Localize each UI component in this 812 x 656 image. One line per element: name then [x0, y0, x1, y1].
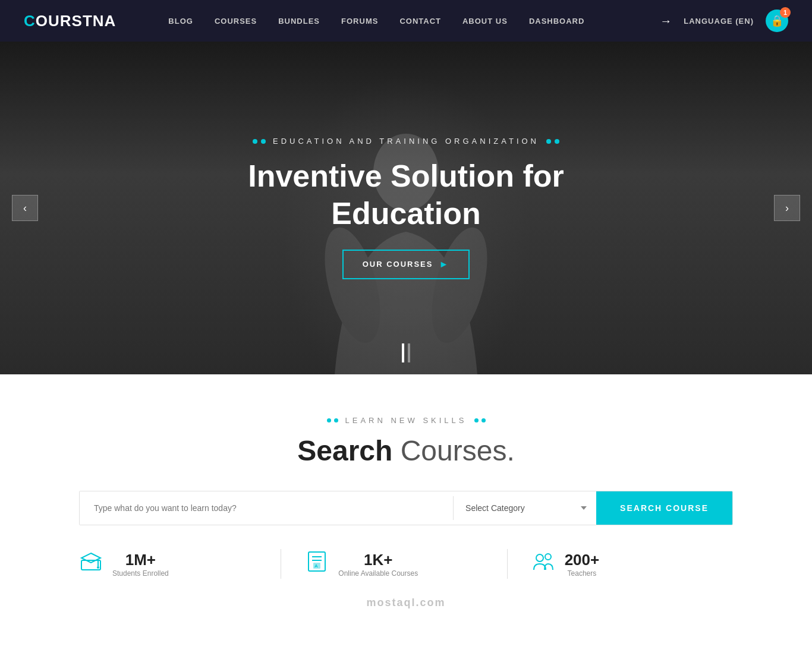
carousel-next-button[interactable]: ›: [774, 195, 800, 221]
nav-item-forums[interactable]: FORUMS: [331, 15, 389, 26]
stat-teachers: 200+ Teachers: [508, 549, 733, 579]
nav-links: BLOG COURSES BUNDLES FORUMS CONTACT ABOU…: [158, 15, 636, 26]
search-course-button[interactable]: SEARCH COURSE: [596, 491, 732, 525]
hero-tagline-text: EDUCATION AND TRAINING ORGANIZATION: [273, 137, 539, 146]
our-courses-button[interactable]: OUR COURSES ►: [342, 250, 470, 279]
navbar: COURSTNA BLOG COURSES BUNDLES FORUMS CON…: [0, 0, 812, 42]
nav-item-blog[interactable]: BLOG: [158, 15, 204, 26]
hero-dots-right: [546, 139, 559, 144]
watermark: mostaql.com: [59, 579, 753, 615]
teachers-label: Teachers: [565, 569, 600, 578]
logo-text: COURSTNA: [24, 12, 116, 30]
arrow-right-icon: ►: [439, 259, 449, 270]
indicator-1[interactable]: [402, 343, 404, 362]
carousel-prev-button[interactable]: ‹: [12, 195, 38, 221]
search-title: Search Courses.: [59, 434, 753, 467]
courses-count: 1K+: [338, 551, 418, 569]
our-courses-label: OUR COURSES: [363, 260, 433, 269]
category-select[interactable]: Select Category Web Development Design M…: [454, 491, 596, 525]
nav-item-contact[interactable]: CONTACT: [389, 15, 452, 26]
language-selector[interactable]: LANGUAGE (EN): [684, 17, 754, 26]
hero-content: EDUCATION AND TRAINING ORGANIZATION Inve…: [248, 137, 564, 279]
indicator-2[interactable]: [408, 343, 410, 362]
cart-badge: 1: [780, 7, 791, 18]
courses-label: Online Available Courses: [338, 569, 418, 578]
stat-students: 1M+ Students Enrolled: [79, 549, 281, 579]
nav-item-courses[interactable]: COURSES: [204, 15, 267, 26]
hero-title: Inventive Solution for Education: [248, 157, 564, 232]
search-section: LEARN NEW SKILLS Search Courses. Select …: [0, 374, 812, 651]
search-tagline: LEARN NEW SKILLS: [59, 416, 753, 425]
stat-courses: A 1K+ Online Available Courses: [281, 549, 506, 579]
svg-point-9: [545, 554, 551, 560]
svg-point-4: [97, 566, 99, 569]
nav-right: → LANGUAGE (EN) 🔒 1: [660, 10, 788, 32]
cart-button[interactable]: 🔒 1: [766, 10, 788, 32]
hero-tagline: EDUCATION AND TRAINING ORGANIZATION: [248, 137, 564, 146]
carousel-indicators: [402, 343, 410, 362]
students-label: Students Enrolled: [112, 569, 169, 578]
book-icon: A: [305, 550, 329, 578]
svg-point-8: [536, 554, 543, 562]
logo[interactable]: COURSTNA: [24, 12, 116, 30]
teacher-icon: [531, 550, 555, 578]
nav-item-dashboard[interactable]: DASHBOARD: [518, 15, 596, 26]
stats-row: 1M+ Students Enrolled A 1K+ Online Avail…: [79, 549, 733, 579]
hero-section: ‹ EDUCATION AND TRAINING ORGANIZATION In…: [0, 42, 812, 374]
logout-icon[interactable]: →: [660, 14, 672, 28]
graduation-icon: [79, 550, 103, 578]
teachers-count: 200+: [565, 551, 600, 569]
search-tagline-text: LEARN NEW SKILLS: [345, 416, 467, 425]
search-bar: Select Category Web Development Design M…: [79, 491, 733, 525]
nav-item-bundles[interactable]: BUNDLES: [267, 15, 331, 26]
search-input[interactable]: [80, 491, 453, 525]
students-count: 1M+: [112, 551, 169, 569]
search-course-label: SEARCH COURSE: [620, 503, 709, 513]
svg-text:A: A: [314, 563, 318, 569]
hero-dots-left: [253, 139, 266, 144]
watermark-text: mostaql.com: [366, 597, 445, 608]
search-dots-left: [327, 418, 338, 422]
search-dots-right: [474, 418, 486, 422]
nav-item-about[interactable]: ABOUT US: [452, 15, 518, 26]
